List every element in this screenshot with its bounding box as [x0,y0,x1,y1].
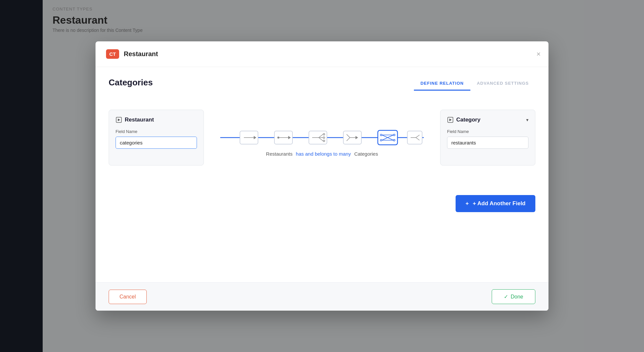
modal-header: CT Restaurant × [96,41,548,67]
connector-area: Restaurants has and belongs to many Cate… [204,121,440,154]
cancel-button[interactable]: Cancel [109,290,147,304]
left-db-icon [116,117,122,123]
left-field-input[interactable] [116,137,197,149]
field-heading: Categories [109,77,153,88]
modal-backdrop: CT Restaurant × Categories DEFINE RELATI… [0,0,644,352]
tab-define-relation[interactable]: DEFINE RELATION [414,77,470,91]
left-card-title: Restaurant [125,117,154,123]
relation-suffix: Categories [354,151,378,157]
modal-body: Categories DEFINE RELATION ADVANCED SETT… [96,67,548,282]
left-card-header: Restaurant [116,117,197,123]
svg-marker-37 [449,119,452,121]
relation-connector-svg [220,124,424,151]
close-button[interactable]: × [536,51,541,58]
add-icon: + [465,200,469,207]
relation-label: Restaurants has and belongs to many Cate… [266,151,378,157]
ct-badge: CT [106,49,119,59]
left-entity-card: Restaurant Field Name [109,110,204,165]
done-check-icon: ✓ [504,294,508,300]
relation-middle: has and belongs to many [296,151,351,157]
modal-footer: Cancel ✓ Done [96,282,548,311]
relation-area: Restaurant Field Name [109,103,535,179]
right-db-icon [447,117,454,123]
relation-prefix: Restaurants [266,151,292,157]
right-card-title-row: Category [447,117,481,123]
right-field-label: Field Name [447,129,528,134]
category-dropdown-arrow[interactable]: ▾ [526,117,528,122]
add-btn-row: + + Add Another Field [109,188,535,212]
right-entity-card: Category ▾ Field Name [440,110,535,165]
svg-marker-1 [118,119,120,121]
right-card-header: Category ▾ [447,117,528,123]
done-label: Done [511,294,523,300]
modal-dialog: CT Restaurant × Categories DEFINE RELATI… [96,41,548,311]
left-field-label: Field Name [116,129,197,134]
tab-advanced-settings[interactable]: ADVANCED SETTINGS [470,77,535,91]
add-another-field-label: + Add Another Field [473,200,526,207]
left-card-title-row: Restaurant [116,117,154,123]
right-card-title: Category [456,117,481,123]
field-header-row: Categories DEFINE RELATION ADVANCED SETT… [109,77,535,90]
tabs-container: DEFINE RELATION ADVANCED SETTINGS [414,77,535,90]
done-button[interactable]: ✓ Done [492,289,535,304]
modal-title: Restaurant [124,50,158,58]
relation-section: Restaurant Field Name [109,103,535,179]
add-another-field-button[interactable]: + + Add Another Field [456,195,535,212]
right-field-input[interactable] [447,137,528,149]
svg-point-7 [277,137,279,139]
